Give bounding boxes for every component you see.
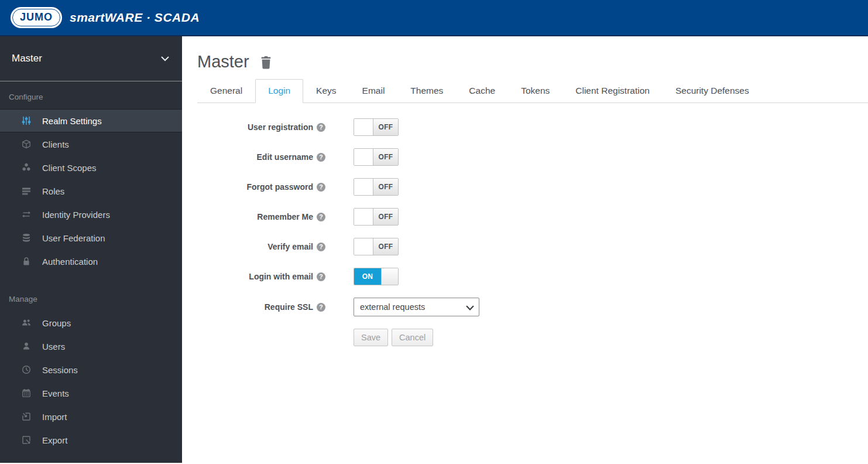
delete-realm-button[interactable] — [260, 55, 272, 69]
tab-security-defenses[interactable]: Security Defenses — [663, 79, 762, 103]
database-icon — [21, 233, 32, 243]
clock-icon — [21, 365, 32, 374]
tab-keys[interactable]: Keys — [303, 79, 349, 103]
sidebar-item-label: User Federation — [42, 233, 105, 243]
lock-icon — [21, 257, 32, 266]
tab-tokens[interactable]: Tokens — [508, 79, 562, 103]
sidebar-item-label: Users — [42, 342, 65, 352]
jumo-logo-text: JUMO — [20, 11, 53, 23]
sidebar-item-label: Events — [42, 388, 69, 398]
tab-cache[interactable]: Cache — [456, 79, 508, 103]
sidebar-item-label: Clients — [42, 139, 69, 149]
sidebar-item-label: Identity Providers — [42, 210, 110, 220]
main-content: Master General Login Keys Email Themes C… — [182, 36, 868, 463]
field-label: Login with email — [249, 272, 313, 281]
field-label: Edit username — [257, 152, 313, 162]
sidebar-item-events[interactable]: Events — [0, 381, 182, 405]
sidebar-item-client-scopes[interactable]: Client Scopes — [0, 156, 182, 179]
login-with-email-toggle[interactable]: ON — [354, 268, 399, 285]
help-icon[interactable]: ? — [317, 272, 325, 281]
form-row-user-registration: User registration ? OFF — [197, 118, 868, 136]
form-row-forgot-password: Forgot password ? OFF — [197, 178, 868, 196]
sidebar-item-user-federation[interactable]: User Federation — [0, 226, 182, 250]
toggle-handle — [354, 179, 373, 195]
toggle-state-label: ON — [354, 268, 381, 285]
trash-icon — [260, 55, 272, 69]
sidebar-item-sessions[interactable]: Sessions — [0, 358, 182, 381]
sidebar-item-label: Client Scopes — [42, 163, 97, 173]
realm-settings-tabs: General Login Keys Email Themes Cache To… — [197, 79, 868, 103]
toggle-state-label: OFF — [373, 149, 398, 165]
page-title: Master — [197, 52, 249, 71]
configure-section-label: Configure — [0, 81, 182, 109]
tab-email[interactable]: Email — [349, 79, 398, 103]
toggle-handle — [354, 149, 373, 165]
field-label: User registration — [248, 122, 313, 132]
sidebar-item-label: Roles — [42, 186, 64, 196]
sidebar-item-roles[interactable]: Roles — [0, 179, 182, 203]
exchange-arrows-icon — [21, 210, 32, 219]
realm-selector-dropdown[interactable]: Master — [0, 36, 182, 81]
user-registration-toggle[interactable]: OFF — [354, 118, 399, 136]
sidebar-item-label: Realm Settings — [42, 116, 102, 126]
tab-themes[interactable]: Themes — [397, 79, 456, 103]
help-icon[interactable]: ? — [317, 183, 325, 192]
sidebar-item-clients[interactable]: Clients — [0, 132, 182, 156]
toggle-handle — [354, 119, 373, 135]
help-icon[interactable]: ? — [317, 303, 325, 312]
users-icon — [21, 318, 32, 327]
toggle-state-label: OFF — [373, 209, 398, 225]
form-row-require-ssl: Require SSL ? external requests — [197, 298, 868, 316]
sidebar-item-label: Export — [42, 435, 67, 445]
sidebar-item-authentication[interactable]: Authentication — [0, 250, 182, 273]
calendar-icon — [21, 388, 32, 398]
remember-me-toggle[interactable]: OFF — [354, 208, 399, 226]
forgot-password-toggle[interactable]: OFF — [354, 178, 399, 196]
require-ssl-select[interactable]: external requests — [354, 298, 479, 316]
field-label: Verify email — [267, 242, 313, 251]
list-bars-icon — [21, 186, 32, 196]
sidebar-item-identity-providers[interactable]: Identity Providers — [0, 203, 182, 226]
sidebar-item-label: Sessions — [42, 365, 78, 375]
field-label: Forgot password — [246, 182, 313, 192]
sidebar-item-export[interactable]: Export — [0, 428, 182, 452]
toggle-state-label: OFF — [373, 179, 398, 195]
help-icon[interactable]: ? — [317, 213, 325, 221]
cancel-button[interactable]: Cancel — [392, 329, 433, 346]
field-label: Remember Me — [257, 212, 313, 221]
toggle-state-label: OFF — [373, 119, 398, 135]
product-name: smartWARE · SCADA — [70, 11, 200, 25]
toggle-handle — [354, 238, 373, 255]
verify-email-toggle[interactable]: OFF — [354, 238, 399, 255]
sidebar: Master Configure Realm Settings Clients … — [0, 36, 182, 463]
export-icon — [21, 435, 32, 445]
help-icon[interactable]: ? — [317, 153, 325, 162]
sidebar-item-users[interactable]: Users — [0, 335, 182, 358]
app-header: JUMO smartWARE · SCADA — [0, 0, 868, 36]
cube-icon — [21, 139, 32, 149]
current-realm-name: Master — [12, 53, 42, 64]
sliders-icon — [21, 116, 32, 125]
toggle-handle — [354, 209, 373, 225]
field-label: Require SSL — [265, 302, 313, 312]
chevron-down-icon — [161, 56, 169, 62]
login-settings-form: User registration ? OFF Edit username ? … — [197, 118, 868, 346]
toggle-state-label: OFF — [373, 238, 398, 255]
form-row-login-with-email: Login with email ? ON — [197, 268, 868, 285]
form-row-edit-username: Edit username ? OFF — [197, 148, 868, 166]
save-button[interactable]: Save — [354, 329, 388, 346]
tab-general[interactable]: General — [197, 79, 255, 103]
sidebar-item-import[interactable]: Import — [0, 405, 182, 428]
sidebar-item-groups[interactable]: Groups — [0, 311, 182, 335]
form-row-verify-email: Verify email ? OFF — [197, 238, 868, 255]
import-icon — [21, 412, 32, 421]
tab-client-registration[interactable]: Client Registration — [562, 79, 663, 103]
help-icon[interactable]: ? — [317, 243, 325, 251]
tab-login[interactable]: Login — [255, 79, 303, 103]
sidebar-item-label: Groups — [42, 318, 71, 328]
help-icon[interactable]: ? — [317, 123, 325, 132]
sidebar-item-realm-settings[interactable]: Realm Settings — [0, 109, 182, 132]
edit-username-toggle[interactable]: OFF — [354, 148, 399, 166]
manage-section-label: Manage — [0, 284, 182, 311]
jumo-logo[interactable]: JUMO — [12, 9, 60, 26]
